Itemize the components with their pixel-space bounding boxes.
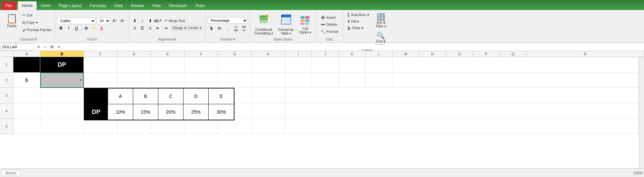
cell-A5[interactable]: [13, 119, 40, 134]
inner-table-header-B[interactable]: B: [133, 88, 158, 104]
inner-table-header-E[interactable]: E: [209, 88, 234, 104]
cell-I1[interactable]: [285, 57, 312, 72]
cell-E2[interactable]: [151, 72, 184, 88]
insert-cells-button[interactable]: ➕ Insert: [318, 14, 341, 21]
row-header-2[interactable]: 2: [0, 72, 13, 88]
insert-function-icon[interactable]: fx: [49, 44, 55, 50]
cell-M2-rest[interactable]: [392, 72, 639, 88]
cancel-formula-icon[interactable]: ✕: [36, 44, 42, 50]
inner-table-val-B[interactable]: 15%: [133, 104, 158, 120]
col-header-K[interactable]: K: [339, 51, 366, 57]
cell-G5[interactable]: [218, 119, 252, 134]
formula-input[interactable]: [56, 45, 643, 49]
fill-color-button[interactable]: A: [90, 25, 98, 32]
decrease-font-size-button[interactable]: A⁻: [119, 17, 127, 24]
cell-D1[interactable]: [117, 57, 151, 72]
cell-styles-button[interactable]: CellStyles ▾: [297, 13, 314, 36]
cell-D5[interactable]: [117, 119, 151, 134]
tab-insert[interactable]: Insert: [37, 1, 55, 10]
border-button[interactable]: ⊞: [83, 25, 90, 32]
conditional-formatting-button[interactable]: ConditionalFormatting ▾: [252, 13, 275, 36]
sheet-tab[interactable]: Sheet1: [1, 170, 20, 176]
tab-review[interactable]: Review: [127, 1, 148, 10]
angle-text-button[interactable]: ab↗: [154, 17, 162, 24]
col-header-R[interactable]: R: [527, 51, 644, 57]
cell-M1-rest[interactable]: [392, 57, 639, 72]
col-header-A[interactable]: A: [13, 51, 40, 57]
vertical-scrollbar[interactable]: [639, 57, 644, 168]
inner-table-val-A[interactable]: 10%: [108, 104, 133, 120]
sort-filter-button[interactable]: 🔢 Sort &Filter ▾: [373, 11, 389, 30]
cell-H4[interactable]: [252, 103, 285, 119]
tab-formulas[interactable]: Formulas: [86, 1, 110, 10]
italic-button[interactable]: I: [65, 25, 72, 32]
bold-button[interactable]: B: [57, 25, 65, 32]
merge-center-button[interactable]: Merge & Center ▾: [171, 25, 204, 31]
col-header-N[interactable]: N: [419, 51, 446, 57]
cell-J1[interactable]: [312, 57, 339, 72]
font-expand-icon[interactable]: ⧉: [95, 37, 97, 41]
tab-data[interactable]: Data: [110, 1, 127, 10]
cell-H5[interactable]: [252, 119, 285, 134]
row-header-4[interactable]: 4: [0, 103, 13, 119]
cell-A1[interactable]: [13, 57, 40, 72]
decrease-indent-button[interactable]: ⇤: [154, 25, 162, 32]
inner-table-header-A[interactable]: A: [108, 88, 133, 104]
tab-developer[interactable]: Developer: [165, 1, 191, 10]
col-header-G[interactable]: G: [218, 51, 252, 57]
tab-team[interactable]: Team: [191, 1, 209, 10]
cell-B1[interactable]: DP: [40, 57, 84, 72]
inner-table-header-D[interactable]: D: [183, 88, 209, 104]
cell-K1[interactable]: [339, 57, 366, 72]
cell-E1[interactable]: [151, 57, 184, 72]
cell-H3[interactable]: [252, 88, 285, 103]
cell-J2[interactable]: [312, 72, 339, 88]
cell-H1[interactable]: [252, 57, 285, 72]
increase-decimal-button[interactable]: .0.00: [232, 25, 239, 32]
col-header-Q[interactable]: Q: [500, 51, 527, 57]
col-header-B[interactable]: B: [40, 51, 84, 57]
underline-button[interactable]: U: [73, 25, 80, 32]
col-header-M[interactable]: M: [392, 51, 419, 57]
col-header-F[interactable]: F: [184, 51, 218, 57]
format-cells-button[interactable]: 🔧 Format: [318, 28, 341, 35]
cell-F5[interactable]: [184, 119, 218, 134]
cell-A4[interactable]: [13, 103, 40, 119]
inner-table-header-C[interactable]: C: [158, 88, 183, 104]
align-middle-button[interactable]: ↕: [139, 17, 146, 24]
align-center-button[interactable]: ☰: [139, 25, 146, 32]
col-header-C[interactable]: C: [84, 51, 117, 57]
align-right-button[interactable]: ≡: [147, 25, 154, 32]
tab-page-layout[interactable]: Page Layout: [55, 1, 85, 10]
cell-D2[interactable]: [117, 72, 151, 88]
percent-button[interactable]: %: [216, 25, 223, 32]
cell-B3[interactable]: [40, 88, 84, 103]
name-box[interactable]: [1, 44, 34, 50]
autosum-button[interactable]: Σ AutoSum ▾: [345, 11, 371, 18]
cell-L1[interactable]: [366, 57, 392, 72]
alignment-expand-icon[interactable]: ⧉: [174, 37, 176, 41]
increase-indent-button[interactable]: ⇥: [162, 25, 169, 32]
col-header-E[interactable]: E: [151, 51, 184, 57]
col-header-L[interactable]: L: [366, 51, 392, 57]
paste-button[interactable]: 📋 Paste: [3, 11, 20, 29]
font-size-select[interactable]: 24: [97, 17, 111, 24]
cell-F1[interactable]: [184, 57, 218, 72]
font-name-select[interactable]: Calibri: [57, 17, 96, 24]
cell-K2[interactable]: [339, 72, 366, 88]
format-as-table-button[interactable]: Format asTable ▾: [276, 13, 296, 36]
cell-C2[interactable]: [84, 72, 117, 88]
col-header-I[interactable]: I: [285, 51, 312, 57]
clear-button[interactable]: 🗑 Clear ▾: [345, 25, 371, 31]
col-header-H[interactable]: H: [252, 51, 285, 57]
dollar-button[interactable]: $: [208, 25, 215, 32]
cell-B5[interactable]: [40, 119, 84, 134]
inner-table-val-E[interactable]: 30%: [209, 104, 234, 120]
tab-file[interactable]: File: [1, 1, 16, 10]
cell-C5[interactable]: [84, 119, 117, 134]
cell-C1[interactable]: [84, 57, 117, 72]
cell-F2[interactable]: [184, 72, 218, 88]
align-left-button[interactable]: ≡: [131, 25, 139, 32]
cell-A3[interactable]: [13, 88, 40, 103]
tab-view[interactable]: View: [148, 1, 165, 10]
